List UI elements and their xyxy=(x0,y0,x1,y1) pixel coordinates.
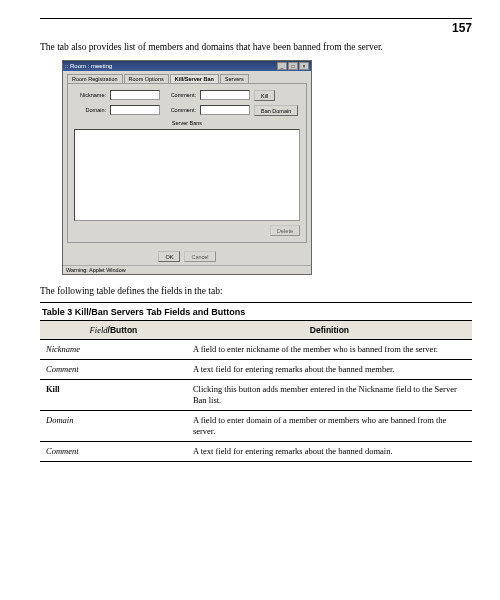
col-field-button: Field/Button xyxy=(40,320,187,339)
definition-cell: A field to enter domain of a member or m… xyxy=(187,410,472,441)
tab-room-registration[interactable]: Room Registration xyxy=(67,74,123,83)
comment2-label: Comment: xyxy=(164,107,196,113)
definition-cell: Clicking this button adds member entered… xyxy=(187,379,472,410)
domain-label: Domain: xyxy=(74,107,106,113)
table-row: CommentA text field for entering remarks… xyxy=(40,441,472,461)
delete-button[interactable]: Delete xyxy=(270,225,300,236)
comment-label: Comment: xyxy=(164,92,196,98)
field-name-cell: Kill xyxy=(40,379,187,410)
page-number: 157 xyxy=(40,21,472,35)
field-name-cell: Comment xyxy=(40,441,187,461)
server-bans-list[interactable] xyxy=(74,129,300,221)
fields-table: Field/Button Definition NicknameA field … xyxy=(40,320,472,462)
titlebar: :: Room : meeting _ □ × xyxy=(63,61,311,71)
status-bar: Warning: Applet Window xyxy=(63,265,311,274)
field-name-cell: Nickname xyxy=(40,339,187,359)
definition-cell: A field to enter nickname of the member … xyxy=(187,339,472,359)
table-caption: Table 3 Kill/Ban Servers Tab Fields and … xyxy=(40,302,472,320)
dialog-screenshot: :: Room : meeting _ □ × Room Registratio… xyxy=(62,60,312,275)
tab-kill-server-ban[interactable]: Kill/Server Ban xyxy=(170,74,219,83)
cancel-button[interactable]: Cancel xyxy=(184,251,215,262)
definition-cell: A text field for entering remarks about … xyxy=(187,359,472,379)
table-row: KillClicking this button adds member ent… xyxy=(40,379,472,410)
col-definition: Definition xyxy=(187,320,472,339)
nickname-input[interactable] xyxy=(110,90,160,100)
definition-cell: A text field for entering remarks about … xyxy=(187,441,472,461)
minimize-icon: _ xyxy=(277,62,287,70)
comment2-input[interactable] xyxy=(200,105,250,115)
field-name-cell: Comment xyxy=(40,359,187,379)
domain-input[interactable] xyxy=(110,105,160,115)
close-icon: × xyxy=(299,62,309,70)
tab-servers[interactable]: Servers xyxy=(220,74,249,83)
ban-domain-button[interactable]: Ban Domain xyxy=(254,105,298,116)
tab-room-options[interactable]: Room Options xyxy=(124,74,169,83)
field-name-cell: Domain xyxy=(40,410,187,441)
nickname-label: Nickname: xyxy=(74,92,106,98)
kill-button[interactable]: Kill xyxy=(254,90,275,101)
tab-strip: Room Registration Room Options Kill/Serv… xyxy=(63,71,311,83)
table-row: NicknameA field to enter nickname of the… xyxy=(40,339,472,359)
server-bans-label: Server Bans xyxy=(74,120,300,126)
followup-paragraph: The following table defines the fields i… xyxy=(40,285,472,298)
intro-paragraph: The tab also provides list of members an… xyxy=(40,41,472,54)
maximize-icon: □ xyxy=(288,62,298,70)
ok-button[interactable]: OK xyxy=(158,251,180,262)
comment-input[interactable] xyxy=(200,90,250,100)
table-row: CommentA text field for entering remarks… xyxy=(40,359,472,379)
window-title: :: Room : meeting xyxy=(65,63,112,69)
table-row: DomainA field to enter domain of a membe… xyxy=(40,410,472,441)
